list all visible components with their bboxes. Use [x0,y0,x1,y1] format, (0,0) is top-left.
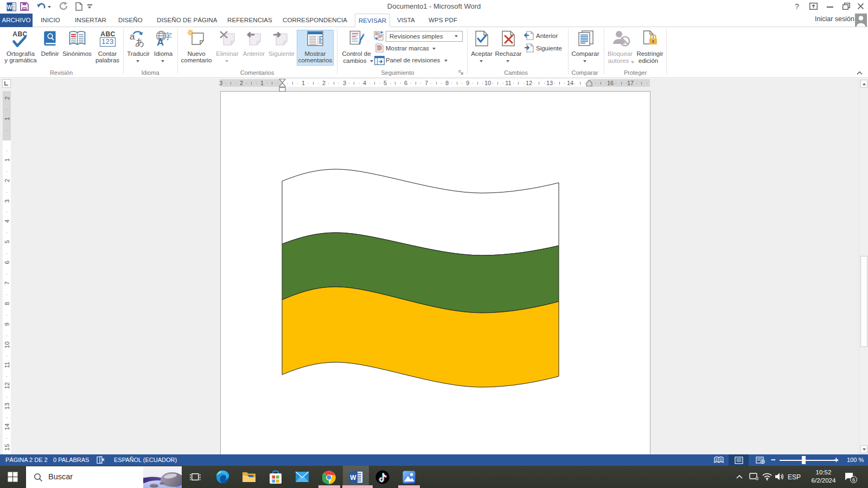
svg-text:W: W [7,4,12,10]
svg-text:W: W [350,474,356,481]
svg-text:字: 字 [164,31,172,41]
svg-text:あ: あ [135,37,144,47]
svg-text:A: A [157,37,164,47]
